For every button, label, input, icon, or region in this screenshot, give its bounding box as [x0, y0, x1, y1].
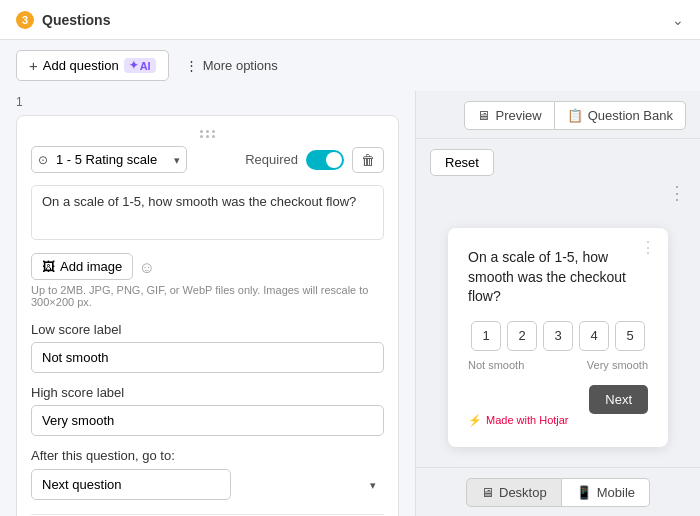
rating-btn-1[interactable]: 1: [471, 321, 501, 351]
low-score-group: Low score label: [31, 322, 384, 373]
goto-group: After this question, go to: Next questio…: [31, 448, 384, 500]
preview-area: ⋮ On a scale of 1-5, how smooth was the …: [416, 208, 700, 467]
goto-select[interactable]: Next question End of survey: [31, 469, 231, 500]
question-block-1: 1 ⊙ 1 - 5 Rating scale: [16, 91, 399, 516]
goto-label: After this question, go to:: [31, 448, 384, 463]
rating-labels: Not smooth Very smooth: [468, 359, 648, 371]
emoji-cursor-icon: ☺: [139, 259, 155, 277]
question-type-select[interactable]: 1 - 5 Rating scale: [31, 146, 187, 173]
high-rating-label: Very smooth: [587, 359, 648, 371]
image-help-text: Up to 2MB. JPG, PNG, GIF, or WebP files …: [31, 284, 384, 308]
required-toggle[interactable]: [306, 150, 344, 170]
drag-handle-icon: [200, 130, 216, 138]
more-options-button[interactable]: ⋮ More options: [177, 52, 286, 79]
add-image-button[interactable]: 🖼 Add image: [31, 253, 133, 280]
hotjar-footer: ⚡ Made with Hotjar: [468, 414, 648, 427]
delete-question-button[interactable]: 🗑: [352, 147, 384, 173]
high-score-label: High score label: [31, 385, 384, 400]
rating-btn-2[interactable]: 2: [507, 321, 537, 351]
required-row: Required 🗑: [245, 147, 384, 173]
goto-chevron-icon: ▾: [370, 478, 376, 491]
question-card-header: ⊙ 1 - 5 Rating scale ▾ Required 🗑: [31, 146, 384, 173]
preview-tabs: 🖥 Preview 📋 Question Bank: [416, 91, 700, 139]
survey-preview-card: ⋮ On a scale of 1-5, how smooth was the …: [448, 228, 668, 447]
question-number-1: 1: [16, 91, 399, 109]
rating-row: 1 2 3 4 5: [468, 321, 648, 351]
monitor-icon: 🖥: [477, 108, 490, 123]
low-score-label: Low score label: [31, 322, 384, 337]
rating-btn-5[interactable]: 5: [615, 321, 645, 351]
right-panel: 🖥 Preview 📋 Question Bank Reset ⋮ ⋮ On a…: [415, 91, 700, 516]
mobile-icon: 📱: [576, 485, 592, 500]
rating-btn-3[interactable]: 3: [543, 321, 573, 351]
main-toolbar: + Add question ✦ AI ⋮ More options: [0, 40, 700, 91]
card-drag-icon: ⋮: [640, 238, 656, 257]
page-header: 3 Questions ⌄: [0, 0, 700, 40]
left-panel: 1 ⊙ 1 - 5 Rating scale: [0, 91, 415, 516]
kebab-menu-icon[interactable]: ⋮: [668, 182, 686, 204]
plus-icon: +: [29, 57, 38, 74]
desktop-tab[interactable]: 🖥 Desktop: [466, 478, 562, 507]
chevron-down-icon[interactable]: ⌄: [672, 12, 684, 28]
question-card-1: ⊙ 1 - 5 Rating scale ▾ Required 🗑: [16, 115, 399, 516]
mobile-tab[interactable]: 📱 Mobile: [562, 478, 650, 507]
hotjar-logo-icon: ⚡: [468, 414, 482, 427]
sparkle-icon: ✦: [129, 59, 138, 72]
main-layout: 1 ⊙ 1 - 5 Rating scale: [0, 91, 700, 516]
high-score-group: High score label: [31, 385, 384, 436]
reset-button[interactable]: Reset: [430, 149, 494, 176]
goto-select-wrapper: Next question End of survey ▾: [31, 469, 384, 500]
device-tabs: 🖥 Desktop 📱 Mobile: [416, 467, 700, 516]
preview-tab[interactable]: 🖥 Preview: [464, 101, 554, 130]
low-score-input[interactable]: [31, 342, 384, 373]
image-icon: 🖼: [42, 259, 55, 274]
page-title: Questions: [42, 12, 110, 28]
survey-question-text: On a scale of 1-5, how smooth was the ch…: [468, 248, 648, 307]
question-bank-tab[interactable]: 📋 Question Bank: [555, 101, 686, 130]
add-question-button[interactable]: + Add question ✦ AI: [16, 50, 169, 81]
dots-icon: ⋮: [185, 58, 198, 73]
ai-badge: ✦ AI: [124, 58, 156, 73]
questions-badge: 3: [16, 11, 34, 29]
question-text-input[interactable]: On a scale of 1-5, how smooth was the ch…: [31, 185, 384, 240]
required-label: Required: [245, 152, 298, 167]
low-rating-label: Not smooth: [468, 359, 524, 371]
add-question-label: Add question: [43, 58, 119, 73]
next-button[interactable]: Next: [589, 385, 648, 414]
bank-icon: 📋: [567, 108, 583, 123]
desktop-icon: 🖥: [481, 485, 494, 500]
rating-btn-4[interactable]: 4: [579, 321, 609, 351]
question-type-wrapper: ⊙ 1 - 5 Rating scale ▾: [31, 146, 187, 173]
high-score-input[interactable]: [31, 405, 384, 436]
